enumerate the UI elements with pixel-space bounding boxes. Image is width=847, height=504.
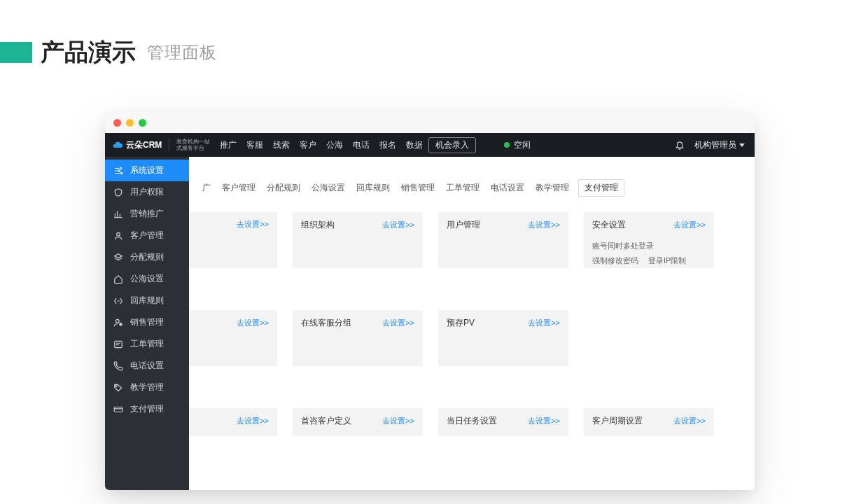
brand-name: 云朵CRM xyxy=(126,139,162,151)
tab-9[interactable]: 支付管理 xyxy=(578,179,624,197)
sidebar-item-10[interactable]: 教学管理 xyxy=(105,377,189,398)
sidebar-item-5[interactable]: 公海设置 xyxy=(105,268,189,290)
go-configure-link[interactable]: 去设置>> xyxy=(237,416,269,426)
tab-5[interactable]: 销售管理 xyxy=(399,179,437,197)
brand-tagline: 教育机构一站 式服务平台 xyxy=(176,139,210,151)
sidebar-item-label: 用户权限 xyxy=(130,186,164,198)
layers-icon xyxy=(113,253,123,262)
primary-nav: 推广客服线索客户公海电话报名数据 xyxy=(220,139,423,151)
status-label: 空闲 xyxy=(514,139,531,151)
go-configure-link[interactable]: 去设置>> xyxy=(528,220,560,230)
card-subitem: 强制修改密码 xyxy=(592,255,638,266)
tab-8[interactable]: 教学管理 xyxy=(533,179,571,197)
main-area: 广客户管理分配规则公海设置回库规则销售管理工单管理电话设置教学管理支付管理 去设… xyxy=(189,157,755,490)
go-configure-link[interactable]: 去设置>> xyxy=(673,220,706,230)
sidebar-item-label: 营销推广 xyxy=(130,208,164,220)
sales-icon xyxy=(113,318,123,328)
settings-card: 当日任务设置去设置>> xyxy=(438,408,568,436)
sidebar-item-9[interactable]: 电话设置 xyxy=(105,355,189,377)
sidebar-item-label: 公海设置 xyxy=(130,273,164,285)
sidebar-item-2[interactable]: 营销推广 xyxy=(105,203,189,225)
card-title: 在线客服分组 xyxy=(301,317,351,329)
go-configure-link[interactable]: 去设置>> xyxy=(382,318,414,328)
user-menu[interactable]: 机构管理员 xyxy=(694,139,745,151)
sidebar-item-8[interactable]: 工单管理 xyxy=(105,333,189,355)
chart-icon xyxy=(113,209,123,219)
slide-header: 产品演示 管理面板 xyxy=(0,36,217,69)
sidebar-item-4[interactable]: 分配规则 xyxy=(105,246,189,268)
slide-title: 产品演示 xyxy=(41,36,136,69)
sidebar-item-label: 教学管理 xyxy=(130,382,164,393)
tab-6[interactable]: 工单管理 xyxy=(444,179,482,197)
settings-card: 首咨客户定义去设置>> xyxy=(293,408,423,436)
sidebar-item-11[interactable]: 支付管理 xyxy=(105,398,189,420)
sidebar-item-label: 回库规则 xyxy=(130,295,164,307)
settings-card: 则去设置>> xyxy=(189,408,277,436)
nav-item-2[interactable]: 线索 xyxy=(273,139,290,151)
tab-1[interactable]: 客户管理 xyxy=(220,179,258,197)
sidebar-item-label: 销售管理 xyxy=(130,316,164,328)
ticket-icon xyxy=(113,340,123,349)
tab-4[interactable]: 回库规则 xyxy=(354,179,392,197)
app-window: 云朵CRM 教育机构一站 式服务平台 推广客服线索客户公海电话报名数据 机会录入… xyxy=(105,112,755,490)
settings-card-grid: 去设置>>组织架构去设置>>用户管理去设置>>安全设置去设置>>账号同时多处登录… xyxy=(189,212,743,436)
go-configure-link[interactable]: 去设置>> xyxy=(528,318,560,328)
phone-icon xyxy=(113,361,123,371)
window-maximize-button[interactable] xyxy=(139,119,146,127)
tag-icon xyxy=(113,383,123,393)
go-configure-link[interactable]: 去设置>> xyxy=(237,318,269,328)
card-title: 用户管理 xyxy=(447,219,480,231)
cloud-icon xyxy=(112,141,123,149)
go-configure-link[interactable]: 去设置>> xyxy=(382,220,414,230)
tab-2[interactable]: 分配规则 xyxy=(265,179,302,197)
tab-3[interactable]: 公海设置 xyxy=(309,179,347,197)
accent-bar xyxy=(0,42,32,63)
brand-logo: 云朵CRM 教育机构一站 式服务平台 xyxy=(112,139,210,151)
nav-item-7[interactable]: 数据 xyxy=(406,139,423,151)
sliders-icon xyxy=(113,166,123,176)
sidebar-item-6[interactable]: 回库规则 xyxy=(105,290,189,312)
sidebar-item-3[interactable]: 客户管理 xyxy=(105,225,189,246)
sidebar-item-0[interactable]: 系统设置 xyxy=(105,160,189,181)
sidebar-item-1[interactable]: 用户权限 xyxy=(105,181,189,203)
svg-point-7 xyxy=(115,385,117,386)
card-title: 当日任务设置 xyxy=(447,415,497,427)
shield-icon xyxy=(113,188,123,197)
svg-point-0 xyxy=(120,167,121,169)
settings-card: 在线客服分组去设置>> xyxy=(293,310,423,366)
go-configure-link[interactable]: 去设置>> xyxy=(382,416,414,426)
card-title: 预存PV xyxy=(447,317,475,329)
record-opportunity-button[interactable]: 机会录入 xyxy=(428,137,476,153)
sidebar-item-7[interactable]: 销售管理 xyxy=(105,312,189,333)
nav-item-5[interactable]: 电话 xyxy=(353,139,370,151)
svg-point-3 xyxy=(117,232,120,236)
tab-0[interactable]: 广 xyxy=(200,179,213,197)
settings-card: 用户管理去设置>> xyxy=(438,212,568,268)
settings-card: 置去设置>> xyxy=(189,310,277,366)
nav-item-0[interactable]: 推广 xyxy=(220,139,237,151)
sidebar: 系统设置用户权限营销推广客户管理分配规则公海设置回库规则销售管理工单管理电话设置… xyxy=(105,157,189,490)
top-nav: 云朵CRM 教育机构一站 式服务平台 推广客服线索客户公海电话报名数据 机会录入… xyxy=(105,133,755,157)
window-minimize-button[interactable] xyxy=(126,119,134,127)
settings-tabbar: 广客户管理分配规则公海设置回库规则销售管理工单管理电话设置教学管理支付管理 xyxy=(200,179,743,197)
settings-card: 客户周期设置去设置>> xyxy=(584,408,714,436)
chevron-down-icon xyxy=(739,144,745,147)
settings-card: 去设置>> xyxy=(189,212,277,268)
go-configure-link[interactable]: 去设置>> xyxy=(673,416,706,426)
sidebar-item-label: 支付管理 xyxy=(130,403,164,415)
tab-7[interactable]: 电话设置 xyxy=(489,179,526,197)
svg-rect-8 xyxy=(114,407,122,412)
nav-item-1[interactable]: 客服 xyxy=(246,139,263,151)
settings-card: 安全设置去设置>>账号同时多处登录强制修改密码登录IP限制 xyxy=(584,212,714,268)
card-icon xyxy=(113,405,123,414)
window-close-button[interactable] xyxy=(113,119,121,127)
nav-item-4[interactable]: 公海 xyxy=(326,139,343,151)
go-configure-link[interactable]: 去设置>> xyxy=(528,416,560,426)
notifications-button[interactable] xyxy=(675,140,685,150)
nav-item-3[interactable]: 客户 xyxy=(300,139,316,151)
svg-point-4 xyxy=(116,319,120,323)
nav-item-6[interactable]: 报名 xyxy=(379,139,396,151)
status-indicator: 空闲 xyxy=(504,139,531,151)
go-configure-link[interactable]: 去设置>> xyxy=(237,219,269,230)
sidebar-item-label: 系统设置 xyxy=(130,164,164,176)
